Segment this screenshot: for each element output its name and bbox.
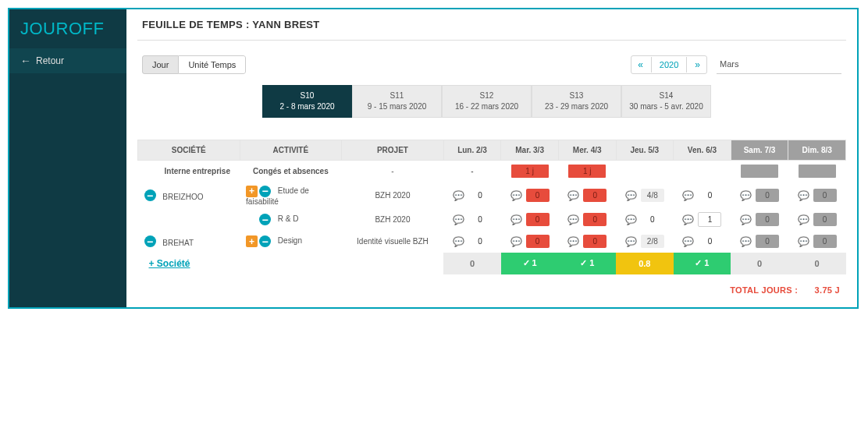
comment-icon[interactable]: 💬 bbox=[682, 190, 694, 201]
comment-icon[interactable]: 💬 bbox=[567, 236, 579, 247]
absence-activite: Congés et absences bbox=[253, 167, 329, 175]
prev-year-button[interactable]: « bbox=[631, 56, 649, 73]
add-societe-button[interactable]: + Société bbox=[144, 258, 190, 269]
th-day-ven: Ven. 6/3 bbox=[674, 140, 731, 161]
cell-value[interactable]: 0 bbox=[698, 235, 721, 248]
absence-mer[interactable]: 1 j bbox=[568, 165, 606, 178]
week-range: 2 - 8 mars 2020 bbox=[266, 101, 348, 112]
comment-icon[interactable]: 💬 bbox=[740, 236, 752, 247]
grand-total-label: TOTAL JOURS : bbox=[730, 285, 798, 295]
row-societe: BREHAT bbox=[162, 239, 194, 247]
comment-icon[interactable]: 💬 bbox=[567, 214, 579, 225]
comment-icon[interactable]: 💬 bbox=[453, 236, 464, 247]
comment-icon[interactable]: 💬 bbox=[740, 190, 752, 201]
week-tab-s11[interactable]: S11 9 - 15 mars 2020 bbox=[352, 85, 442, 118]
toggle-unite-temps[interactable]: Unité Temps bbox=[178, 55, 246, 74]
cell-value[interactable]: 0 bbox=[583, 235, 607, 248]
total-ven: ✓ 1 bbox=[674, 253, 731, 274]
back-label: Retour bbox=[36, 55, 64, 66]
minus-icon[interactable]: − bbox=[259, 186, 271, 197]
comment-icon[interactable]: 💬 bbox=[510, 236, 522, 247]
cell-value[interactable]: 0 bbox=[583, 213, 607, 226]
th-activite: ACTIVITÉ bbox=[240, 140, 342, 161]
totals-row: + Société 0 ✓ 1 ✓ 1 0.8 ✓ 1 0 0 bbox=[138, 253, 846, 274]
weeks-tabs: S10 2 - 8 mars 2020 S11 9 - 15 mars 2020… bbox=[262, 85, 846, 118]
total-mar: ✓ 1 bbox=[501, 253, 559, 274]
toggle-jour[interactable]: Jour bbox=[142, 55, 178, 74]
cell-value[interactable]: 0 bbox=[698, 189, 721, 202]
week-tab-s14[interactable]: S14 30 mars - 5 avr. 2020 bbox=[621, 85, 711, 118]
cell-value[interactable]: 1 bbox=[698, 212, 721, 227]
comment-icon[interactable]: 💬 bbox=[740, 214, 752, 225]
week-tab-s13[interactable]: S13 23 - 29 mars 2020 bbox=[532, 85, 621, 118]
comment-icon[interactable]: 💬 bbox=[453, 214, 464, 225]
year-nav: « 2020 » bbox=[631, 55, 707, 74]
cell-value[interactable]: 0 bbox=[526, 213, 550, 226]
cell-value[interactable]: 0 bbox=[756, 213, 779, 226]
week-tab-s10[interactable]: S10 2 - 8 mars 2020 bbox=[262, 85, 352, 118]
comment-icon[interactable]: 💬 bbox=[798, 214, 809, 225]
row-projet: BZH 2020 bbox=[375, 215, 410, 224]
week-label: S10 bbox=[266, 90, 348, 101]
cell-value[interactable]: 0 bbox=[756, 235, 779, 248]
month-input[interactable] bbox=[717, 55, 841, 74]
cell-value[interactable]: 0 bbox=[813, 235, 837, 248]
cell-value[interactable]: 0 bbox=[468, 235, 492, 248]
back-button[interactable]: ← Retour bbox=[9, 48, 126, 73]
cell-value[interactable]: 0 bbox=[813, 189, 837, 202]
absence-projet: - bbox=[391, 167, 393, 175]
week-range: 30 mars - 5 avr. 2020 bbox=[625, 101, 707, 112]
cell-value[interactable]: 0 bbox=[756, 189, 779, 202]
cell-value[interactable]: 2/8 bbox=[641, 235, 664, 248]
current-year[interactable]: 2020 bbox=[651, 57, 687, 73]
absence-sam: - bbox=[741, 165, 778, 178]
total-lun: 0 bbox=[443, 253, 501, 274]
week-tab-s12[interactable]: S12 16 - 22 mars 2020 bbox=[442, 85, 532, 118]
row-activite: Design bbox=[278, 236, 302, 245]
collapse-icon[interactable]: − bbox=[144, 189, 156, 201]
comment-icon[interactable]: 💬 bbox=[682, 214, 694, 225]
th-day-mer: Mer. 4/3 bbox=[558, 140, 616, 161]
cell-value[interactable]: 0 bbox=[468, 189, 492, 202]
comment-icon[interactable]: 💬 bbox=[682, 236, 694, 247]
main-panel: FEUILLE DE TEMPS : YANN BREST Jour Unité… bbox=[126, 9, 857, 307]
grand-total-value: 3.75 J bbox=[815, 285, 840, 295]
cell-value[interactable]: 0 bbox=[526, 235, 550, 248]
absence-jeu bbox=[616, 161, 674, 182]
comment-icon[interactable]: 💬 bbox=[510, 190, 522, 201]
comment-icon[interactable]: 💬 bbox=[625, 190, 637, 201]
timesheet-row: − R & D BZH 2020 💬0 💬0 💬0 💬0 💬1 💬0 💬0 bbox=[138, 209, 846, 231]
th-day-mar: Mar. 3/3 bbox=[501, 140, 559, 161]
th-societe: SOCIÉTÉ bbox=[138, 140, 240, 161]
minus-icon[interactable]: − bbox=[259, 235, 271, 247]
comment-icon[interactable]: 💬 bbox=[625, 236, 637, 247]
cell-value[interactable]: 0 bbox=[468, 213, 492, 226]
timesheet: SOCIÉTÉ ACTIVITÉ PROJET Lun. 2/3 Mar. 3/… bbox=[137, 140, 846, 274]
week-range: 16 - 22 mars 2020 bbox=[446, 101, 528, 112]
comment-icon[interactable]: 💬 bbox=[798, 190, 809, 201]
row-activite: R & D bbox=[278, 214, 299, 223]
comment-icon[interactable]: 💬 bbox=[798, 236, 809, 247]
app-logo: JOUROFF bbox=[9, 9, 126, 48]
cell-value[interactable]: 0 bbox=[813, 213, 837, 226]
timesheet-table: SOCIÉTÉ ACTIVITÉ PROJET Lun. 2/3 Mar. 3/… bbox=[137, 140, 846, 274]
minus-icon[interactable]: − bbox=[259, 214, 271, 225]
plus-icon[interactable]: + bbox=[246, 235, 258, 247]
comment-icon[interactable]: 💬 bbox=[510, 214, 522, 225]
absence-mar[interactable]: 1 j bbox=[511, 165, 549, 178]
row-projet: Identité visuelle BZH bbox=[357, 237, 429, 246]
view-toggle: Jour Unité Temps bbox=[142, 55, 246, 74]
cell-value[interactable]: 4/8 bbox=[641, 189, 664, 202]
comment-icon[interactable]: 💬 bbox=[453, 190, 464, 201]
th-day-sam: Sam. 7/3 bbox=[731, 140, 788, 161]
timesheet-row: − BREHAT + − Design Identité visuelle BZ… bbox=[138, 231, 846, 253]
comment-icon[interactable]: 💬 bbox=[625, 214, 637, 225]
absence-societe: Interne entreprise bbox=[144, 167, 230, 175]
collapse-icon[interactable]: − bbox=[144, 235, 156, 247]
cell-value[interactable]: 0 bbox=[583, 189, 607, 202]
cell-value[interactable]: 0 bbox=[526, 189, 550, 202]
next-year-button[interactable]: » bbox=[688, 56, 706, 73]
plus-icon[interactable]: + bbox=[246, 186, 258, 197]
cell-value[interactable]: 0 bbox=[641, 213, 664, 226]
comment-icon[interactable]: 💬 bbox=[567, 190, 579, 201]
